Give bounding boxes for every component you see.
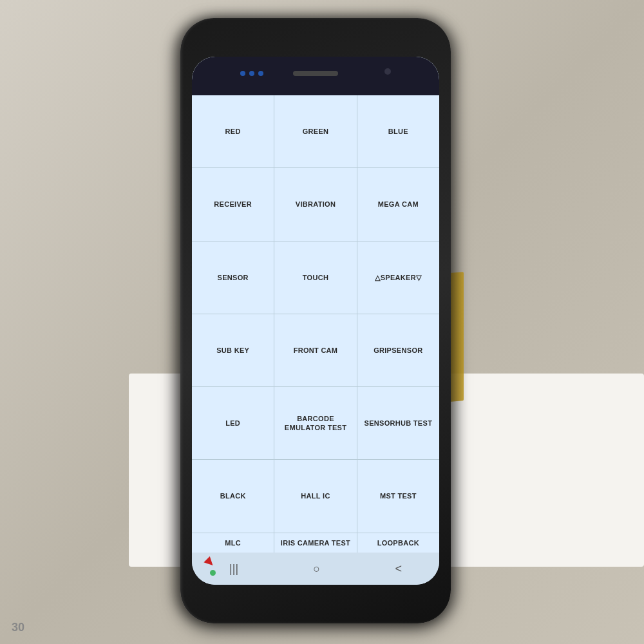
grid-cell-vibration[interactable]: VIBRATION	[274, 168, 356, 240]
grid-cell-iris-camera[interactable]: IRIS CAMERA TEST	[274, 533, 356, 553]
grid-cell-loopback[interactable]: LOOPBACK	[357, 533, 439, 553]
recent-apps-button[interactable]: |||	[229, 562, 238, 576]
grid-cell-front-cam[interactable]: FRONT CAM	[274, 314, 356, 386]
grid-cell-speaker[interactable]: △SPEAKER▽	[357, 242, 439, 314]
phone-device: RED GREEN BLUE RECEIVER VIBRATION MEGA C…	[180, 18, 451, 623]
grid-cell-sub-key[interactable]: SUB KEY	[192, 314, 274, 386]
grid-cell-hall-ic[interactable]: HALL IC	[274, 460, 356, 532]
test-menu-grid: RED GREEN BLUE RECEIVER VIBRATION MEGA C…	[192, 95, 439, 553]
arrow-indicator: ▶	[203, 555, 217, 569]
indicator-dot	[210, 570, 216, 576]
phone-top-bar	[192, 57, 439, 95]
back-button[interactable]: <	[395, 562, 402, 576]
grid-cell-blue[interactable]: BLUE	[357, 95, 439, 167]
earpiece	[293, 71, 338, 76]
front-camera-dot	[384, 68, 391, 75]
grid-cell-green[interactable]: GREEN	[274, 95, 356, 167]
grid-cell-touch[interactable]: TOUCH	[274, 242, 356, 314]
grid-cell-mlc[interactable]: MLC	[192, 533, 274, 553]
grid-cell-barcode-emulator[interactable]: BARCODE EMULATOR TEST	[274, 387, 356, 459]
grid-cell-gripsensor[interactable]: GRIPSENSOR	[357, 314, 439, 386]
sensor-dot-2	[249, 71, 254, 76]
grid-cell-sensorhub[interactable]: SENSORHUB TEST	[357, 387, 439, 459]
grid-cell-led[interactable]: LED	[192, 387, 274, 459]
grid-cell-sensor[interactable]: SENSOR	[192, 242, 274, 314]
sensor-dot-3	[258, 71, 263, 76]
navigation-bar: ▶ ||| ○ <	[192, 553, 439, 585]
grid-cell-red[interactable]: RED	[192, 95, 274, 167]
phone-screen: RED GREEN BLUE RECEIVER VIBRATION MEGA C…	[192, 57, 439, 585]
grid-cell-mega-cam[interactable]: MEGA CAM	[357, 168, 439, 240]
sensor-dot-1	[240, 71, 245, 76]
home-button[interactable]: ○	[313, 562, 320, 576]
grid-cell-receiver[interactable]: RECEIVER	[192, 168, 274, 240]
watermark: 30	[12, 621, 24, 634]
grid-cell-black[interactable]: BLACK	[192, 460, 274, 532]
sensor-dots	[240, 71, 263, 76]
grid-cell-mst-test[interactable]: MST TEST	[357, 460, 439, 532]
